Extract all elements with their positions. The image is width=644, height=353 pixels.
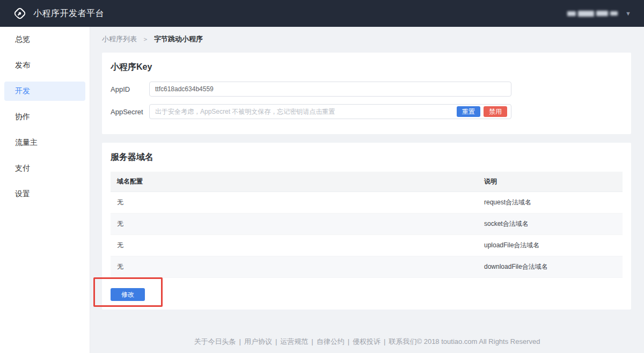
domain-description: downloadFile合法域名 (478, 262, 623, 271)
footer-link-self-discipline[interactable]: 自律公约 (317, 337, 345, 345)
sidebar-item-label: 总览 (15, 35, 30, 45)
app-key-card-title: 小程序Key (111, 61, 623, 73)
footer-link-about[interactable]: 关于今日头条 (194, 337, 236, 345)
table-row: 无 downloadFile合法域名 (111, 256, 623, 278)
sidebar-item-label: 设置 (15, 189, 30, 199)
appsecret-label: AppSecret (111, 108, 149, 116)
sidebar-item-label: 开发 (15, 86, 30, 96)
table-row: 无 socket合法域名 (111, 214, 623, 235)
domain-description: uploadFile合法域名 (478, 241, 623, 250)
reset-secret-button[interactable]: 重置 (457, 106, 480, 117)
footer-separator: | (384, 337, 385, 345)
breadcrumb: 小程序列表 ＞ 字节跳动小程序 (102, 34, 631, 44)
domain-config-value: 无 (111, 262, 478, 271)
domain-description: request合法域名 (478, 198, 623, 207)
chevron-down-icon[interactable]: ▼ (625, 10, 631, 17)
user-menu[interactable]: ▼ (567, 10, 631, 17)
breadcrumb-separator-icon: ＞ (142, 35, 149, 44)
appsecret-buttons: 重置 禁用 (457, 106, 507, 117)
redacted-block (578, 11, 594, 17)
sidebar-item-develop[interactable]: 开发 (4, 82, 85, 101)
appsecret-input-wrap: 重置 禁用 (149, 104, 511, 119)
footer-link-contact-us[interactable]: 联系我们 (389, 337, 416, 345)
breadcrumb-mini-program-list[interactable]: 小程序列表 (102, 34, 137, 44)
sidebar-item-payment[interactable]: 支付 (4, 159, 85, 178)
appid-input-wrap (149, 82, 511, 97)
footer-link-operation-rules[interactable]: 运营规范 (280, 337, 308, 345)
redacted-block (567, 11, 576, 16)
app-header: 小程序开发者平台 ▼ (0, 0, 644, 27)
modify-button[interactable]: 修改 (111, 288, 145, 301)
footer-separator: | (348, 337, 349, 345)
sidebar-item-traffic[interactable]: 流量主 (4, 133, 85, 152)
appsecret-row: AppSecret 重置 禁用 (111, 104, 623, 119)
disable-secret-button[interactable]: 禁用 (484, 106, 507, 117)
server-domain-card: 服务器域名 域名配置 说明 无 request合法域名 无 socket合法域名… (102, 143, 631, 310)
redacted-block (610, 11, 618, 16)
app-key-card: 小程序Key AppID AppSecret 重置 禁用 (102, 53, 631, 134)
sidebar-item-settings[interactable]: 设置 (4, 185, 85, 204)
server-domain-card-title: 服务器域名 (111, 151, 623, 163)
domain-table-header: 域名配置 说明 (111, 172, 623, 192)
appid-input[interactable] (149, 82, 511, 97)
sidebar: 总览 发布 开发 协作 流量主 支付 设置 (0, 27, 90, 353)
footer-separator: | (239, 337, 241, 345)
appid-label: AppID (111, 85, 149, 93)
column-header-domain-config: 域名配置 (111, 177, 478, 186)
footer-link-infringement[interactable]: 侵权投诉 (353, 337, 380, 345)
sidebar-item-overview[interactable]: 总览 (4, 30, 85, 49)
footer-link-user-agreement[interactable]: 用户协议 (244, 337, 272, 345)
sidebar-item-label: 支付 (15, 164, 30, 173)
app-title: 小程序开发者平台 (33, 8, 104, 19)
footer-separator: | (311, 337, 313, 345)
sidebar-item-publish[interactable]: 发布 (4, 56, 85, 75)
redacted-block (596, 11, 608, 16)
domain-description: socket合法域名 (478, 219, 623, 229)
domain-config-value: 无 (111, 219, 478, 229)
sidebar-item-collaboration[interactable]: 协作 (4, 107, 85, 127)
table-row: 无 uploadFile合法域名 (111, 235, 623, 256)
domain-table: 域名配置 说明 无 request合法域名 无 socket合法域名 无 upl… (111, 172, 623, 278)
sidebar-item-label: 协作 (15, 112, 30, 122)
user-name-redacted (567, 11, 618, 17)
table-row: 无 request合法域名 (111, 192, 623, 214)
platform-logo[interactable]: 小程序开发者平台 (13, 6, 104, 20)
domain-config-value: 无 (111, 241, 478, 250)
sidebar-item-label: 流量主 (15, 138, 38, 148)
domain-config-value: 无 (111, 198, 478, 207)
mini-program-logo-icon (13, 6, 27, 20)
page-footer: 关于今日头条|用户协议|运营规范|自律公约|侵权投诉|联系我们© 2018 to… (90, 337, 644, 347)
sidebar-item-label: 发布 (15, 61, 30, 70)
appid-row: AppID (111, 82, 623, 97)
footer-copyright: © 2018 toutiao.com All Rights Reserved (416, 337, 540, 345)
column-header-description: 说明 (478, 177, 623, 186)
breadcrumb-current-page: 字节跳动小程序 (154, 34, 203, 44)
main-content: 小程序列表 ＞ 字节跳动小程序 小程序Key AppID AppSecret 重… (90, 27, 644, 353)
footer-separator: | (275, 337, 277, 345)
